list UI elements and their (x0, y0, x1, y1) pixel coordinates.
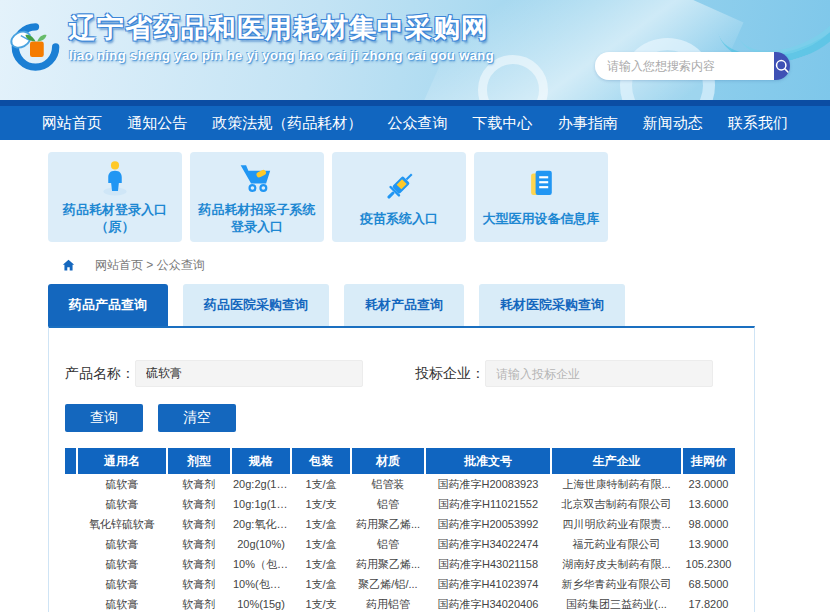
column-header-0: 通用名 (77, 448, 167, 474)
cell: 98.0000 (682, 514, 735, 534)
documents-icon (523, 167, 559, 207)
bidder-label: 投标企业： (415, 365, 485, 383)
cell: 10%（包装... (231, 554, 291, 574)
home-icon[interactable] (62, 259, 75, 272)
cell: 硫软膏 (77, 474, 167, 494)
cell: 1支/支 (291, 594, 351, 612)
cell: 17.8200 (682, 594, 735, 612)
row-spacer-cell (65, 474, 77, 494)
column-header-4: 材质 (351, 448, 425, 474)
search-input[interactable] (595, 52, 774, 80)
site-subtitle-pinyin: liao ning sheng yao pin he yi yong hao c… (69, 48, 494, 63)
site-logo-icon (8, 18, 63, 76)
cell: 药用聚乙烯... (351, 514, 425, 534)
product-name-input[interactable] (135, 360, 363, 387)
tab-1[interactable]: 药品医院采购查询 (183, 284, 329, 326)
cell: 10%(15g) (231, 594, 291, 612)
table-row[interactable]: 硫软膏软膏剂20g:2g(10%)1支/盒铝管装国药准字H20083923上海世… (65, 474, 735, 494)
entry-card-3[interactable]: 大型医用设备信息库 (474, 152, 608, 242)
cell: 1支/盒 (291, 474, 351, 494)
row-spacer-cell (65, 494, 77, 514)
entry-card-2[interactable]: 疫苗系统入口 (332, 152, 466, 242)
tab-2[interactable]: 耗材产品查询 (344, 284, 464, 326)
query-button[interactable]: 查询 (65, 404, 143, 432)
entry-card-label: 药品耗材登录入口（原） (48, 202, 182, 236)
entry-card-1[interactable]: 药品耗材招采子系统登录入口 (190, 152, 324, 242)
table-row[interactable]: 氧化锌硫软膏软膏剂20g:氧化锌...1支/盒药用聚乙烯...国药准字H2005… (65, 514, 735, 534)
site-brand: 辽宁省药品和医用耗材集中采购网 liao ning sheng yao pin … (8, 10, 494, 76)
cell: 聚乙烯/铝/... (351, 574, 425, 594)
cell: 13.9000 (682, 534, 735, 554)
entry-card-label: 药品耗材招采子系统登录入口 (190, 202, 324, 236)
row-spacer-cell (65, 594, 77, 612)
entry-cards: 药品耗材登录入口（原）药品耗材招采子系统登录入口疫苗系统入口大型医用设备信息库 (48, 152, 782, 242)
cell: 软膏剂 (167, 534, 231, 554)
nav-item-0[interactable]: 网站首页 (42, 114, 102, 133)
tab-3[interactable]: 耗材医院采购查询 (479, 284, 625, 326)
tab-0[interactable]: 药品产品查询 (48, 284, 168, 326)
entry-card-label: 疫苗系统入口 (354, 211, 444, 228)
form-buttons: 查询 清空 (65, 404, 738, 432)
bidder-input[interactable] (485, 360, 713, 387)
cell: 国药准字H11021552 (425, 494, 551, 514)
nav-item-1[interactable]: 通知公告 (127, 114, 187, 133)
cell: 105.2300 (682, 554, 735, 574)
cell: 10%(包装规... (231, 574, 291, 594)
cell: 药用铝管 (351, 594, 425, 612)
cart-icon (237, 158, 277, 198)
cell: 铝管 (351, 494, 425, 514)
nav-item-4[interactable]: 下载中心 (473, 114, 533, 133)
table-row[interactable]: 硫软膏软膏剂20g(10%)1支/盒铝管国药准字H34022474福元药业有限公… (65, 534, 735, 554)
cell: 软膏剂 (167, 594, 231, 612)
nav-item-6[interactable]: 新闻动态 (643, 114, 703, 133)
cell: 10g:1g(10%) (231, 494, 291, 514)
site-banner: 辽宁省药品和医用耗材集中采购网 liao ning sheng yao pin … (0, 0, 830, 100)
cell: 硫软膏 (77, 534, 167, 554)
cell: 硫软膏 (77, 574, 167, 594)
product-name-label: 产品名称： (65, 365, 135, 383)
cell: 药用聚乙烯... (351, 554, 425, 574)
row-spacer-cell (65, 534, 77, 554)
cell: 铝管装 (351, 474, 425, 494)
cell: 1支/支 (291, 494, 351, 514)
cell: 湖南好皮夫制药有限... (551, 554, 682, 574)
cell: 20g:2g(10%) (231, 474, 291, 494)
entry-card-label: 大型医用设备信息库 (477, 211, 606, 228)
cell: 国药集团三益药业(... (551, 594, 682, 612)
column-header-7: 挂网价 (682, 448, 735, 474)
cell: 福元药业有限公司 (551, 534, 682, 554)
syringe-icon (380, 167, 418, 207)
clear-button[interactable]: 清空 (158, 404, 236, 432)
column-header-5: 批准文号 (425, 448, 551, 474)
cell: 四川明欣药业有限责... (551, 514, 682, 534)
cell: 国药准字H20053992 (425, 514, 551, 534)
table-row[interactable]: 硫软膏软膏剂10g:1g(10%)1支/支铝管国药准字H11021552北京双吉… (65, 494, 735, 514)
entry-card-0[interactable]: 药品耗材登录入口（原） (48, 152, 182, 242)
cell: 软膏剂 (167, 554, 231, 574)
cell: 1支/盒 (291, 554, 351, 574)
column-header-1: 剂型 (167, 448, 231, 474)
main-content: 药品耗材登录入口（原）药品耗材招采子系统登录入口疫苗系统入口大型医用设备信息库 … (0, 140, 830, 612)
table-row[interactable]: 硫软膏软膏剂10%（包装...1支/盒药用聚乙烯...国药准字H43021158… (65, 554, 735, 574)
cell: 上海世康特制药有限... (551, 474, 682, 494)
site-title: 辽宁省药品和医用耗材集中采购网 (69, 10, 494, 46)
nav-item-2[interactable]: 政策法规（药品耗材） (212, 114, 362, 133)
cell: 国药准字H20083923 (425, 474, 551, 494)
table-row[interactable]: 硫软膏软膏剂10%(包装规...1支/盒聚乙烯/铝/...国药准字H410239… (65, 574, 735, 594)
cell: 1支/盒 (291, 574, 351, 594)
nav-item-3[interactable]: 公众查询 (387, 114, 447, 133)
query-panel: 产品名称： 投标企业： 查询 清空 通用名剂型规格包装材质批准文号生产企业挂网价… (48, 326, 755, 612)
breadcrumb-path[interactable]: 网站首页 > 公众查询 (95, 257, 205, 274)
cell: 20g(10%) (231, 534, 291, 554)
cell: 软膏剂 (167, 474, 231, 494)
cell: 68.5000 (682, 574, 735, 594)
cell: 氧化锌硫软膏 (77, 514, 167, 534)
nav-item-5[interactable]: 办事指南 (558, 114, 618, 133)
site-search (595, 52, 790, 80)
row-spacer-cell (65, 574, 77, 594)
table-header-row: 通用名剂型规格包装材质批准文号生产企业挂网价 (65, 448, 735, 474)
cell: 1支/盒 (291, 534, 351, 554)
nav-item-7[interactable]: 联系我们 (728, 114, 788, 133)
table-row[interactable]: 硫软膏软膏剂10%(15g)1支/支药用铝管国药准字H34020406国药集团三… (65, 594, 735, 612)
results-table: 通用名剂型规格包装材质批准文号生产企业挂网价 硫软膏软膏剂20g:2g(10%)… (65, 448, 735, 612)
